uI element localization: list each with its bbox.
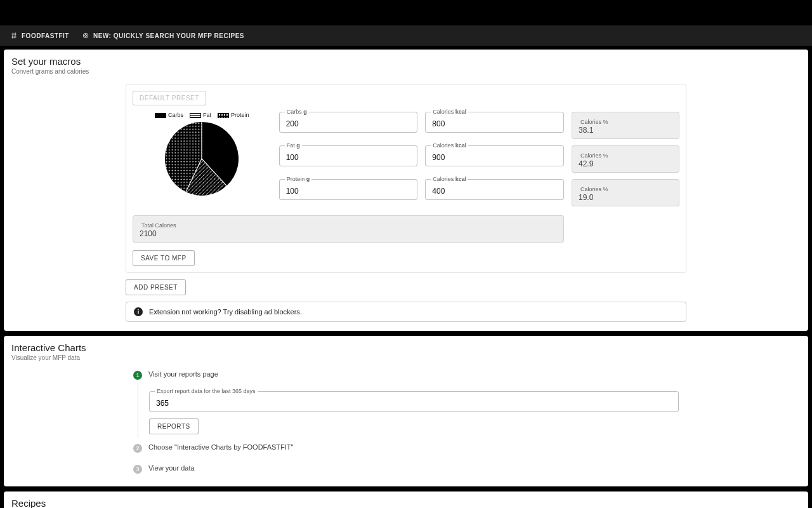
charts-subtitle: Visualize your MFP data xyxy=(11,354,801,361)
recipes-card: Recipes xyxy=(4,491,808,508)
protein-kcal-label: Calories kcal xyxy=(431,176,468,182)
total-calories-field: Total Calories 2100 xyxy=(133,215,564,243)
hash-icon xyxy=(10,32,18,39)
adblock-alert: i Extension not working? Try disabling a… xyxy=(126,302,686,322)
protein-grams-label: Protein g xyxy=(285,176,312,182)
macros-title: Set your macros xyxy=(11,56,801,67)
brand-link[interactable]: FOODFASTFIT xyxy=(10,32,69,39)
protein-grams-field[interactable]: Protein g xyxy=(279,179,418,200)
brand-label: FOODFASTFIT xyxy=(22,32,69,39)
export-days-field[interactable]: Export report data for the last 365 days xyxy=(149,391,679,412)
alert-text: Extension not working? Try disabling ad … xyxy=(149,308,302,316)
new-feature-label: NEW: QUICKLY SEARCH YOUR MFP RECIPES xyxy=(93,32,244,39)
macros-card: Set your macros Convert grams and calori… xyxy=(4,50,808,331)
total-calories-value: 2100 xyxy=(140,229,557,238)
charts-title: Interactive Charts xyxy=(11,342,801,353)
svg-point-0 xyxy=(83,33,88,38)
macros-subtitle: Convert grams and calories xyxy=(11,68,801,75)
fat-grams-input[interactable] xyxy=(286,153,411,162)
legend-swatch-protein xyxy=(218,113,229,118)
default-preset-button[interactable]: DEFAULT PRESET xyxy=(133,91,206,105)
carbs-grams-field[interactable]: Carbs g xyxy=(279,112,418,133)
carbs-kcal-input[interactable] xyxy=(432,119,557,128)
protein-kcal-field[interactable]: Calories kcal xyxy=(425,179,564,200)
carbs-grams-input[interactable] xyxy=(286,119,411,128)
svg-point-1 xyxy=(84,35,86,37)
info-icon: i xyxy=(134,307,143,316)
fat-kcal-input[interactable] xyxy=(432,153,557,162)
topbar: FOODFASTFIT NEW: QUICKLY SEARCH YOUR MFP… xyxy=(0,25,812,46)
add-preset-button[interactable]: ADD PRESET xyxy=(126,279,186,295)
fat-kcal-label: Calories kcal xyxy=(431,142,468,149)
carbs-kcal-label: Calories kcal xyxy=(431,109,468,115)
recipes-title: Recipes xyxy=(11,498,801,508)
fat-grams-label: Fat g xyxy=(285,142,302,149)
total-calories-label: Total Calories xyxy=(140,222,557,229)
protein-pct-field: Calories % 19.0 xyxy=(572,179,679,206)
step-2-title: Choose "Interactive Charts by FOODFASTFI… xyxy=(148,443,679,451)
carbs-kcal-field[interactable]: Calories kcal xyxy=(425,112,564,133)
save-to-mfp-button[interactable]: SAVE TO MFP xyxy=(133,250,195,266)
protein-kcal-input[interactable] xyxy=(432,187,557,196)
step-3-badge: 3 xyxy=(133,465,142,474)
export-days-label: Export report data for the last 365 days xyxy=(155,388,258,394)
carbs-grams-label: Carbs g xyxy=(285,109,309,115)
export-days-input[interactable] xyxy=(156,399,672,408)
protein-grams-input[interactable] xyxy=(286,187,411,196)
macros-form: DEFAULT PRESET Carbs g Calories kcal Cal… xyxy=(126,84,686,273)
step-1-badge: 1 xyxy=(133,371,142,380)
fat-pct-field: Calories % 42.9 xyxy=(572,145,679,173)
step-2-badge: 2 xyxy=(133,444,142,453)
fat-kcal-field[interactable]: Calories kcal xyxy=(425,145,564,166)
step-3-title: View your data xyxy=(148,464,679,472)
carbs-pct-field: Calories % 38.1 xyxy=(572,112,679,139)
target-icon xyxy=(82,32,89,39)
charts-steps: 1 Visit your reports page Export report … xyxy=(133,370,679,474)
carbs-pct-label: Calories % xyxy=(579,119,672,125)
step-1-title: Visit your reports page xyxy=(148,370,679,378)
fat-pct-label: Calories % xyxy=(579,152,672,159)
charts-card: Interactive Charts Visualize your MFP da… xyxy=(4,336,808,486)
legend-swatch-carbs xyxy=(155,113,166,118)
macro-pie-chart: Carbs Fat Protein xyxy=(133,112,272,196)
fat-grams-field[interactable]: Fat g xyxy=(279,145,418,166)
protein-pct-label: Calories % xyxy=(579,186,672,192)
protein-pct-value: 19.0 xyxy=(579,193,672,202)
new-feature-link[interactable]: NEW: QUICKLY SEARCH YOUR MFP RECIPES xyxy=(82,32,244,39)
reports-button[interactable]: REPORTS xyxy=(149,418,199,434)
carbs-pct-value: 38.1 xyxy=(579,126,672,135)
pie-legend: Carbs Fat Protein xyxy=(155,112,249,118)
pie-svg xyxy=(165,122,239,196)
fat-pct-value: 42.9 xyxy=(579,159,672,168)
legend-swatch-fat xyxy=(190,113,201,118)
